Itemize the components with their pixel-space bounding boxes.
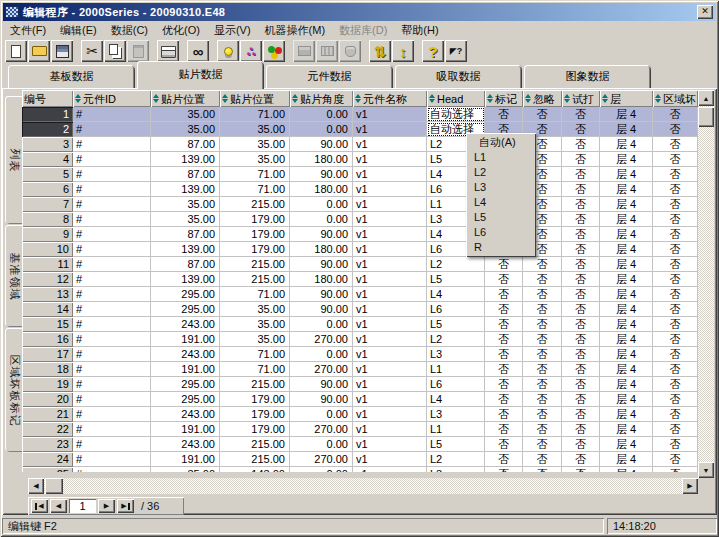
grid-cell[interactable]: 否 [562,272,600,287]
grid-cell[interactable]: 71.00 [220,107,290,122]
grid-cell[interactable]: 139.00 [151,182,220,197]
grid-cell[interactable]: 179.00 [220,407,290,422]
row-header[interactable]: 19 [22,377,73,392]
grid-cell[interactable]: 否 [485,317,523,332]
row-header[interactable]: 3 [22,137,73,152]
grid-cell[interactable]: 90.00 [290,257,353,272]
grid-cell[interactable]: 215.00 [220,437,290,452]
grid-cell[interactable]: v1 [353,152,427,167]
grid-cell[interactable]: L6 [427,377,485,392]
grid-cell[interactable]: 否 [653,197,698,212]
grid-cell[interactable]: 270.00 [290,362,353,377]
grid-cell[interactable]: 否 [653,332,698,347]
grid-cell[interactable]: 否 [653,227,698,242]
grid-cell[interactable]: 179.00 [220,242,290,257]
row-header[interactable]: 9 [22,227,73,242]
column-header[interactable]: 标记 [485,90,523,107]
grid-cell[interactable]: 层 4 [600,437,653,452]
grid-cell[interactable]: 87.00 [151,167,220,182]
row-header[interactable]: 21 [22,407,73,422]
row-header[interactable]: 25 [22,467,73,472]
row-header[interactable]: 17 [22,347,73,362]
grid-cell[interactable]: 71.00 [220,287,290,302]
grid-cell[interactable]: 否 [485,272,523,287]
column-header[interactable]: 元件ID [73,90,151,107]
grid-cell[interactable]: 否 [562,212,600,227]
column-header[interactable]: 贴片位置 [151,90,220,107]
page-number-input[interactable] [69,499,96,513]
grid-cell[interactable]: 否 [523,362,562,377]
grid-cell[interactable]: 215.00 [220,377,290,392]
grid-cell[interactable]: 层 4 [600,332,653,347]
grid-cell[interactable]: 自动选择 [427,107,485,122]
grid-cell[interactable]: L4 [427,392,485,407]
cut-button[interactable]: ✂ [81,40,103,62]
parts-button[interactable] [263,40,285,62]
grid-cell[interactable]: 否 [485,332,523,347]
copy-button[interactable] [104,40,126,62]
grid-cell[interactable]: 否 [485,467,523,472]
grid-cell[interactable]: v1 [353,212,427,227]
dropdown-item[interactable]: L1 [466,150,536,165]
grid-cell[interactable]: 0.00 [290,467,353,472]
grid-cell[interactable]: 层 4 [600,212,653,227]
grid-cell[interactable]: 35.00 [220,332,290,347]
grid-cell[interactable]: L3 [427,347,485,362]
grid-cell[interactable]: 否 [562,242,600,257]
grid-cell[interactable]: # [73,377,151,392]
help-button[interactable]: ? [422,40,444,62]
grid-cell[interactable]: 否 [485,392,523,407]
grid-cell[interactable]: 180.00 [290,272,353,287]
grid-cell[interactable]: 71.00 [220,362,290,377]
menu-help[interactable]: 帮助(H) [394,21,445,40]
menu-view[interactable]: 显示(V) [207,21,258,40]
grid-cell[interactable]: L2 [427,452,485,467]
grid-cell[interactable]: 180.00 [290,152,353,167]
grid-cell[interactable]: v1 [353,257,427,272]
tab-image-data[interactable]: 图象数据 [524,65,651,88]
grid-cell[interactable]: 否 [562,197,600,212]
grid-cell[interactable]: 否 [485,452,523,467]
grid-cell[interactable]: 否 [523,287,562,302]
context-help-button[interactable]: ◤? [445,40,467,62]
grid-cell[interactable]: # [73,302,151,317]
grid-cell[interactable]: 层 4 [600,407,653,422]
grid-cell[interactable]: L5 [427,437,485,452]
grid-cell[interactable]: v1 [353,452,427,467]
grid-cell[interactable]: v1 [353,437,427,452]
grid-cell[interactable]: 0.00 [290,317,353,332]
grid-cell[interactable]: # [73,407,151,422]
grid-cell[interactable]: L5 [427,317,485,332]
column-header[interactable]: 编号 [22,90,73,107]
grid-cell[interactable]: 否 [653,467,698,472]
grid-cell[interactable]: 层 4 [600,242,653,257]
swap-heads-button[interactable]: ⇅ [369,40,391,62]
grid-cell[interactable]: v1 [353,137,427,152]
grid-cell[interactable]: 层 4 [600,362,653,377]
grid-cell[interactable]: 否 [523,347,562,362]
grid-cell[interactable]: v1 [353,302,427,317]
grid-cell[interactable]: 否 [562,407,600,422]
grid-cell[interactable]: # [73,122,151,137]
grid-cell[interactable]: 71.00 [220,182,290,197]
grid-cell[interactable]: 295.00 [151,287,220,302]
grid-cell[interactable]: 295.00 [151,302,220,317]
grid-cell[interactable]: 0.00 [290,437,353,452]
row-header[interactable]: 14 [22,302,73,317]
grid-cell[interactable]: 否 [485,407,523,422]
grid-cell[interactable]: 层 4 [600,377,653,392]
grid-cell[interactable]: 否 [562,317,600,332]
grid-cell[interactable]: 层 4 [600,107,653,122]
grid-cell[interactable]: 71.00 [220,347,290,362]
row-header[interactable]: 12 [22,272,73,287]
grid-cell[interactable]: 否 [523,377,562,392]
grid-cell[interactable]: 否 [485,377,523,392]
grid-cell[interactable]: 否 [562,347,600,362]
grid-cell[interactable]: 179.00 [220,212,290,227]
tab-component-data[interactable]: 元件数据 [266,65,393,88]
column-header[interactable]: 元件名称 [353,90,427,107]
grid-cell[interactable]: 否 [485,107,523,122]
grid-cell[interactable]: 否 [562,422,600,437]
grid-cell[interactable]: v1 [353,317,427,332]
grid-cell[interactable]: L6 [427,302,485,317]
